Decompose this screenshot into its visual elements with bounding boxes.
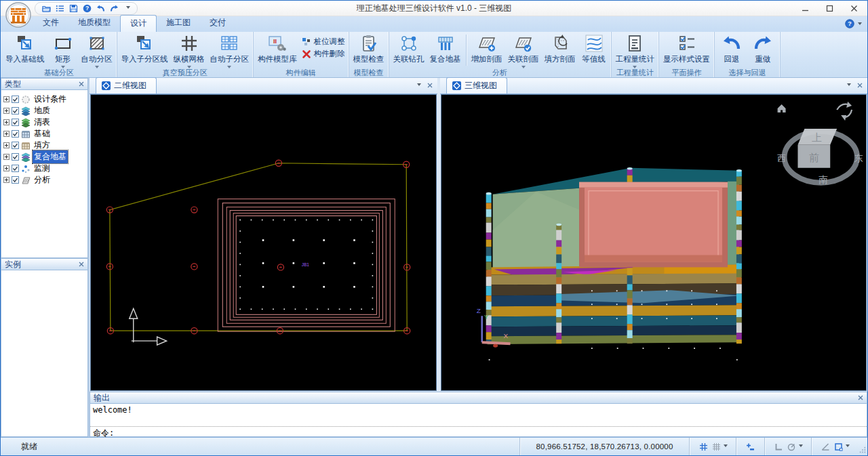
expander-icon[interactable] [3,119,9,125]
ribbon-button-0-2[interactable]: 自动分区 [79,33,115,68]
ribbon-button-1-1[interactable]: 纵横网格 [171,33,208,68]
menu-tab-2[interactable]: 设计 [120,15,157,32]
point-snap-icon[interactable] [745,442,756,452]
tree-item-7[interactable]: 分析 [3,174,87,186]
app-logo-icon[interactable] [5,2,31,28]
instance-panel-body[interactable] [1,270,88,437]
polar-icon[interactable] [786,442,797,452]
output-panel-close-icon[interactable] [858,395,863,400]
ribbon-button-4-0[interactable]: 关联钻孔 [391,33,427,68]
viewport-2d: 二维视图 JB [90,78,437,392]
ribbon-options-dropdown-icon[interactable] [858,22,862,27]
ortho-icon[interactable] [773,442,785,452]
menu-tab-0[interactable]: 文件 [33,15,68,32]
tab-3d-view[interactable]: 三维视图 [446,77,507,94]
ribbon-button-3-0[interactable]: 模型检查 [351,33,387,68]
window-title: 理正地基处理三维设计软件 v1.0 - 三维视图 [1,1,867,16]
tree-item-0[interactable]: 设计条件 [3,94,87,105]
tree-item-4[interactable]: 填方 [3,140,87,151]
output-log: welcome! [90,404,867,426]
stats-doc-icon [625,34,644,53]
tab-2d-view[interactable]: 二维视图 [96,77,157,94]
expander-icon[interactable] [3,108,9,114]
grid-options-dropdown-icon[interactable] [724,444,728,449]
type-panel-close-icon[interactable] [79,81,84,87]
checkbox-icon[interactable] [12,107,19,115]
viewport-3d-close-icon[interactable] [857,83,863,88]
ribbon-button-4-4[interactable]: 填方剖面 [542,33,578,68]
menu-tab-4[interactable]: 交付 [200,15,235,32]
link-section-icon [514,34,533,53]
viewcube-front-label: 前 [809,152,819,163]
expander-icon[interactable] [3,154,9,160]
ribbon-button-6-0[interactable]: 显示样式设置 [660,33,713,68]
tree-item-1[interactable]: 地质 [3,105,87,117]
rect-tool-icon [54,34,73,53]
ribbon-button-4-5[interactable]: 等值线 [578,33,610,68]
checkbox-icon[interactable] [12,130,19,138]
grid-snap-icon[interactable] [698,442,709,452]
viewcube-home-icon[interactable] [778,104,786,112]
close-button[interactable] [842,1,866,16]
viewport-2d-dropdown-icon[interactable] [417,83,421,88]
select-options-dropdown-icon[interactable] [846,444,850,449]
svg-text:X: X [504,332,509,339]
grid-hash-icon [180,34,199,53]
tree-item-5[interactable]: 复合地基 [3,151,87,163]
menu-tab-3[interactable]: 施工图 [157,15,200,32]
tree-item-3[interactable]: 基础 [3,128,87,140]
embankment-platform [579,182,728,268]
svg-text:Z: Z [477,307,481,314]
ribbon-button-2-0[interactable]: II构件模型库 [255,33,300,68]
ribbon-button-4-3[interactable]: 关联剖面 [505,33,542,68]
checkbox-icon[interactable] [12,165,19,172]
tree-item-2[interactable]: 清表 [3,117,87,128]
canvas-2d[interactable]: JB1 [90,94,437,391]
ribbon-button-0-0[interactable]: 导入基础线 [3,33,47,68]
ribbon-button-1-2[interactable]: 自动子分区 [208,33,252,68]
ribbon-button-7-0[interactable]: 回退 [716,33,747,68]
viewport-2d-close-icon[interactable] [427,83,433,88]
tree-item-6[interactable]: 监测 [3,163,87,174]
rect-select-icon[interactable] [833,442,844,452]
checkbox-icon[interactable] [12,96,19,103]
polar-options-dropdown-icon[interactable] [799,444,803,449]
help-icon[interactable]: ? [845,19,854,30]
contour-icon [585,34,604,53]
ribbon-button-5-0[interactable]: 工程量统计 [613,33,658,68]
angle-measure-icon[interactable] [820,442,831,452]
checkbox-icon[interactable] [12,119,19,126]
expander-icon[interactable] [3,131,9,137]
ribbon-group-label-7: 选择与回退 [716,68,778,77]
ribbon-button-2-2[interactable]: 构件删除 [302,49,345,59]
viewport-3d-dropdown-icon[interactable] [847,83,851,88]
ribbon-button-2-1[interactable]: 桩位调整 [302,37,345,47]
command-prompt[interactable]: 命令: [90,426,867,436]
menu-tab-1[interactable]: 地质模型 [68,15,120,32]
checkbox-icon[interactable] [12,176,19,184]
ribbon-button-7-1[interactable]: 重做 [747,33,778,68]
expander-icon[interactable] [3,96,9,102]
maximize-button[interactable] [817,1,842,16]
monitor-dots-icon [21,164,31,173]
ribbon-button-4-2[interactable]: 增加剖面 [469,33,505,68]
instance-panel-close-icon[interactable] [79,262,84,267]
viewcube-rotate-icon[interactable] [837,102,852,121]
fill-grid-icon [21,141,31,150]
ribbon-button-0-1[interactable]: 矩形 [47,33,79,68]
expander-icon[interactable] [3,165,9,171]
checkbox-icon[interactable] [12,153,19,161]
grid-display-icon[interactable] [711,442,722,452]
ribbon-group-label-6: 平面操作 [660,68,713,77]
ribbon-button-1-0[interactable]: 导入子分区线 [119,33,171,68]
expander-icon[interactable] [3,177,9,183]
resize-grip[interactable] [858,438,867,455]
canvas-3d[interactable]: Z Y X 上 前 西 [441,94,867,391]
menu-tab-row: 文件地质模型设计施工图交付 ? [1,16,867,32]
view-cube[interactable]: 上 前 西 东 南 [777,102,863,185]
checkbox-icon[interactable] [12,142,19,149]
ribbon-button-4-1[interactable]: 复合地基 [427,33,464,68]
composite-foundation-icon [436,34,455,53]
minimize-button[interactable] [793,1,817,16]
expander-icon[interactable] [3,142,9,148]
